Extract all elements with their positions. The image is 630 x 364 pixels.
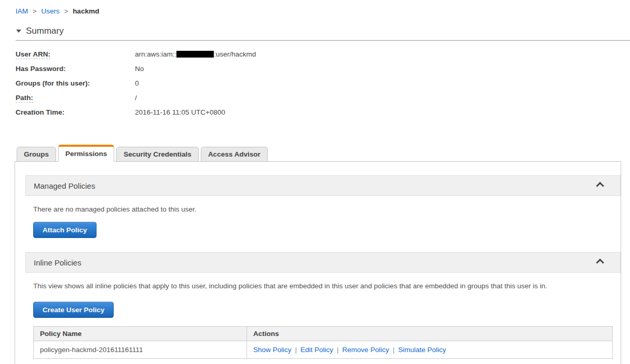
- field-label-text: User ARN:: [16, 50, 50, 59]
- column-header-policy-name: Policy Name: [34, 327, 247, 341]
- field-value-groups: 0: [135, 79, 139, 88]
- field-row-groups: Groups (for this user): 0: [16, 79, 630, 88]
- field-value-has-password: No: [135, 64, 144, 74]
- policy-name-cell: policygen-hackmd-201611161111: [34, 341, 247, 359]
- redacted-account-id: [176, 51, 214, 58]
- pipe-separator: |: [337, 346, 339, 354]
- table-header-row: Policy Name Actions: [34, 327, 613, 341]
- breadcrumb-separator: >: [64, 7, 68, 15]
- breadcrumb-link-users[interactable]: Users: [41, 7, 59, 15]
- collapse-chevron-up-icon[interactable]: [596, 258, 605, 267]
- show-policy-link[interactable]: Show Policy: [253, 346, 292, 354]
- field-value-path: /: [135, 93, 137, 103]
- inline-policies-header[interactable]: Inline Policies: [25, 252, 621, 273]
- pipe-separator: |: [393, 346, 395, 354]
- tab-access-advisor[interactable]: Access Advisor: [201, 147, 268, 162]
- inline-policies-title: Inline Policies: [34, 258, 81, 267]
- field-label-has-password: Has Password:: [16, 64, 135, 74]
- summary-fields: User ARN: arn:aws:iam:::user/hackmd Has …: [16, 50, 630, 117]
- inline-policies-section: Inline Policies This view shows all inli…: [25, 252, 621, 359]
- edit-policy-link[interactable]: Edit Policy: [300, 346, 333, 354]
- inline-policies-body: This view shows all inline policies that…: [25, 273, 621, 359]
- field-label-user-arn: User ARN:: [16, 50, 135, 59]
- pipe-separator: |: [295, 346, 297, 354]
- permissions-tab-panel: Managed Policies There are no managed po…: [15, 162, 621, 364]
- managed-policies-empty-message: There are no managed policies attached t…: [33, 205, 613, 214]
- field-row-user-arn: User ARN: arn:aws:iam:::user/hackmd: [16, 50, 630, 59]
- policy-actions-cell: Show Policy|Edit Policy|Remove Policy|Si…: [247, 341, 613, 359]
- field-value-creation-time: 2016-11-16 11:05 UTC+0800: [135, 108, 225, 117]
- table-row: policygen-hackmd-201611161111 Show Polic…: [34, 341, 613, 359]
- managed-policies-title: Managed Policies: [34, 181, 95, 190]
- managed-policies-section: Managed Policies There are no managed po…: [25, 175, 621, 238]
- field-label-creation-time: Creation Time:: [16, 108, 135, 117]
- breadcrumb-separator: >: [33, 7, 37, 15]
- attach-policy-button[interactable]: Attach Policy: [33, 222, 97, 238]
- remove-policy-link[interactable]: Remove Policy: [343, 346, 389, 354]
- iam-user-detail-page: IAM > Users > hackmd Summary User ARN: a…: [0, 0, 630, 364]
- simulate-policy-link[interactable]: Simulate Policy: [398, 346, 446, 354]
- summary-divider: [16, 40, 630, 41]
- field-label-text: Path:: [16, 94, 33, 103]
- summary-section-header[interactable]: Summary: [16, 26, 630, 36]
- arn-prefix: arn:aws:iam::: [135, 50, 176, 58]
- breadcrumb-link-iam[interactable]: IAM: [16, 7, 28, 15]
- create-user-policy-button[interactable]: Create User Policy: [33, 302, 114, 318]
- arn-suffix: :user/hackmd: [214, 50, 256, 58]
- managed-policies-header[interactable]: Managed Policies: [25, 175, 621, 196]
- field-value-user-arn: arn:aws:iam:::user/hackmd: [135, 50, 256, 59]
- breadcrumb: IAM > Users > hackmd: [0, 0, 630, 15]
- managed-policies-body: There are no managed policies attached t…: [25, 196, 621, 238]
- tab-bar: Groups Permissions Security Credentials …: [15, 145, 621, 162]
- tab-security-credentials[interactable]: Security Credentials: [116, 147, 199, 162]
- collapse-caret-icon[interactable]: [16, 30, 21, 33]
- inline-policies-description: This view shows all inline policies that…: [33, 282, 613, 291]
- tab-permissions[interactable]: Permissions: [58, 145, 114, 162]
- breadcrumb-current-user: hackmd: [73, 7, 99, 15]
- field-label-path: Path:: [16, 93, 135, 103]
- field-row-creation-time: Creation Time: 2016-11-16 11:05 UTC+0800: [16, 108, 630, 117]
- summary-title: Summary: [26, 26, 64, 36]
- field-row-has-password: Has Password: No: [16, 64, 630, 74]
- field-row-path: Path: /: [16, 93, 630, 103]
- column-header-actions: Actions: [247, 327, 613, 341]
- tab-groups[interactable]: Groups: [17, 147, 56, 162]
- collapse-chevron-up-icon[interactable]: [596, 181, 605, 190]
- field-label-groups: Groups (for this user):: [16, 79, 135, 88]
- inline-policies-table: Policy Name Actions policygen-hackmd-201…: [33, 326, 613, 359]
